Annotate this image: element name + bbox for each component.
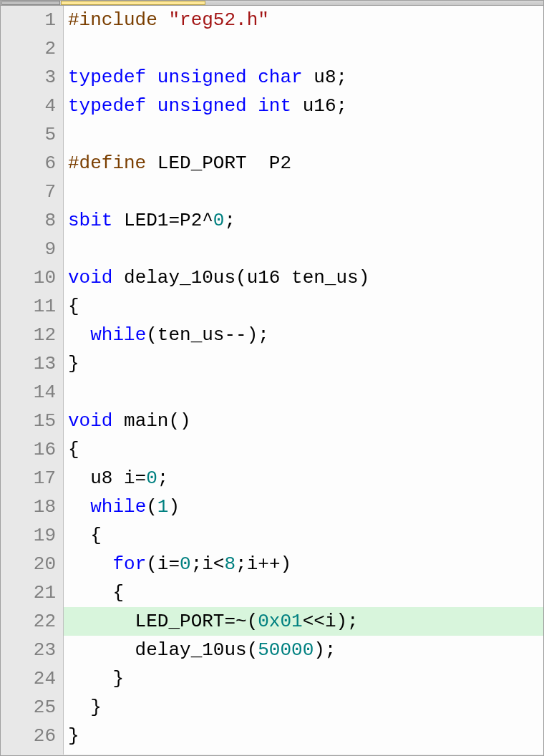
code-area[interactable]: #include "reg52.h"typedef unsigned char … <box>64 6 543 755</box>
line-number: 18 <box>1 493 57 521</box>
token-id: ; <box>224 210 235 231</box>
token-id: LED_PORT P2 <box>146 152 291 174</box>
token-id: { <box>68 525 102 546</box>
token-str: "reg52.h" <box>168 9 268 31</box>
code-line[interactable]: { <box>64 292 543 321</box>
token-id <box>247 67 258 88</box>
line-number: 21 <box>1 578 57 607</box>
token-id: delay_10us( <box>68 639 258 661</box>
token-id <box>68 324 90 346</box>
code-line[interactable]: while(1) <box>64 493 543 521</box>
token-num: 0x01 <box>258 611 302 632</box>
token-num: 1 <box>157 496 169 518</box>
token-id <box>68 496 90 518</box>
code-line[interactable] <box>64 178 543 206</box>
code-line[interactable]: typedef unsigned int u16; <box>64 92 543 120</box>
code-line[interactable]: { <box>64 435 543 464</box>
token-id: ) <box>168 496 180 518</box>
code-line[interactable] <box>64 378 543 407</box>
token-id: { <box>68 296 79 317</box>
code-line[interactable] <box>64 120 543 149</box>
token-id: } <box>68 725 79 747</box>
code-line[interactable]: } <box>64 664 543 693</box>
line-number: 17 <box>1 464 57 493</box>
token-id: LED1=P2^ <box>112 210 213 231</box>
code-line[interactable] <box>64 235 543 263</box>
token-id: ; <box>157 467 169 489</box>
code-line[interactable]: } <box>64 722 543 750</box>
line-number: 2 <box>1 34 57 63</box>
code-line[interactable]: delay_10us(50000); <box>64 636 543 664</box>
token-id: ;i< <box>191 553 225 575</box>
token-id: ( <box>146 496 157 518</box>
token-num: 0 <box>146 467 157 489</box>
code-editor: 1234567891011121314151617181920212223242… <box>1 6 543 755</box>
line-number: 5 <box>1 120 57 149</box>
token-id: { <box>68 439 79 460</box>
line-number: 10 <box>1 263 57 292</box>
token-id: u16; <box>291 95 347 117</box>
line-number: 26 <box>1 722 57 750</box>
token-id <box>68 553 112 575</box>
line-number: 15 <box>1 407 57 435</box>
token-kw: void <box>68 267 112 289</box>
token-kw: sbit <box>68 210 112 231</box>
code-line[interactable]: u8 i=0; <box>64 464 543 493</box>
line-number: 4 <box>1 92 57 120</box>
token-id: delay_10us(u16 ten_us) <box>112 267 369 289</box>
line-number: 19 <box>1 521 57 550</box>
token-id: (ten_us--); <box>146 324 269 346</box>
token-kw: while <box>90 324 146 346</box>
token-id: LED_PORT=~( <box>68 611 258 632</box>
token-kw: for <box>112 553 146 575</box>
token-id: u8; <box>303 67 347 88</box>
token-id: u8 i= <box>68 467 146 489</box>
token-id: } <box>68 353 79 374</box>
code-line[interactable]: } <box>64 693 543 722</box>
code-line[interactable]: void delay_10us(u16 ten_us) <box>64 263 543 292</box>
line-number: 7 <box>1 178 57 206</box>
line-number: 6 <box>1 149 57 178</box>
code-line[interactable]: } <box>64 349 543 378</box>
line-number: 14 <box>1 378 57 407</box>
line-number: 11 <box>1 292 57 321</box>
token-id <box>247 95 258 117</box>
code-line[interactable]: { <box>64 578 543 607</box>
code-line[interactable]: typedef unsigned char u8; <box>64 63 543 92</box>
line-number: 1 <box>1 6 57 34</box>
token-id: main() <box>112 410 190 432</box>
line-number: 12 <box>1 321 57 349</box>
token-kw: typedef <box>68 95 146 117</box>
code-line[interactable]: { <box>64 521 543 550</box>
token-num: 8 <box>224 553 235 575</box>
line-number: 13 <box>1 349 57 378</box>
token-id: { <box>68 582 124 604</box>
line-number: 22 <box>1 607 57 636</box>
code-line[interactable]: sbit LED1=P2^0; <box>64 206 543 235</box>
token-pp: #define <box>68 152 146 174</box>
token-kw: char <box>258 67 302 88</box>
line-number: 8 <box>1 206 57 235</box>
code-line[interactable]: void main() <box>64 407 543 435</box>
token-num: 50000 <box>258 639 314 661</box>
token-kw: void <box>68 410 112 432</box>
code-line[interactable]: LED_PORT=~(0x01<<i); <box>64 607 543 636</box>
token-id: ); <box>314 639 336 661</box>
token-kw: while <box>90 496 146 518</box>
code-line[interactable]: #include "reg52.h" <box>64 6 543 34</box>
code-line[interactable]: while(ten_us--); <box>64 321 543 349</box>
token-id: <<i); <box>303 611 359 632</box>
code-line[interactable]: for(i=0;i<8;i++) <box>64 550 543 578</box>
code-line[interactable]: #define LED_PORT P2 <box>64 149 543 178</box>
line-number-gutter: 1234567891011121314151617181920212223242… <box>1 6 64 755</box>
token-id: } <box>68 668 124 689</box>
token-id: } <box>68 697 102 718</box>
token-kw: unsigned <box>157 67 247 88</box>
tab-bar[interactable] <box>1 1 543 6</box>
token-kw: unsigned <box>157 95 247 117</box>
line-number: 24 <box>1 664 57 693</box>
token-id: (i= <box>146 553 180 575</box>
code-line[interactable] <box>64 34 543 63</box>
line-number: 25 <box>1 693 57 722</box>
token-id: ;i++) <box>235 553 291 575</box>
